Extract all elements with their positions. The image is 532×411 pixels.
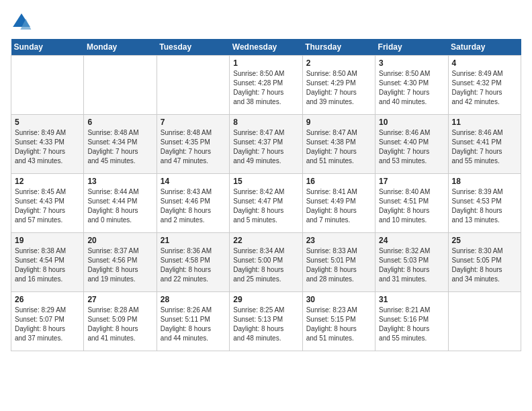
header-thursday: Thursday — [302, 39, 375, 56]
calendar-cell: 3Sunrise: 8:50 AM Sunset: 4:30 PM Daylig… — [375, 56, 448, 115]
calendar-cell: 17Sunrise: 8:40 AM Sunset: 4:51 PM Dayli… — [375, 174, 448, 233]
day-info: Sunrise: 8:48 AM Sunset: 4:35 PM Dayligh… — [161, 128, 226, 166]
day-info: Sunrise: 8:48 AM Sunset: 4:34 PM Dayligh… — [87, 128, 152, 166]
day-info: Sunrise: 8:40 AM Sunset: 4:51 PM Dayligh… — [379, 187, 444, 225]
header-wednesday: Wednesday — [230, 39, 302, 56]
day-number: 1 — [233, 58, 298, 68]
day-info: Sunrise: 8:49 AM Sunset: 4:32 PM Dayligh… — [452, 69, 517, 107]
day-info: Sunrise: 8:46 AM Sunset: 4:40 PM Dayligh… — [379, 128, 444, 166]
day-number: 16 — [306, 177, 371, 186]
day-number: 19 — [15, 236, 80, 245]
calendar-cell: 2Sunrise: 8:50 AM Sunset: 4:29 PM Daylig… — [302, 56, 375, 115]
day-info: Sunrise: 8:41 AM Sunset: 4:49 PM Dayligh… — [306, 187, 371, 225]
day-info: Sunrise: 8:44 AM Sunset: 4:44 PM Dayligh… — [87, 187, 152, 225]
calendar-cell: 9Sunrise: 8:47 AM Sunset: 4:38 PM Daylig… — [302, 115, 375, 174]
calendar-cell: 1Sunrise: 8:50 AM Sunset: 4:28 PM Daylig… — [230, 56, 302, 115]
weekday-header-row: SundayMondayTuesdayWednesdayThursdayFrid… — [11, 39, 521, 56]
day-info: Sunrise: 8:46 AM Sunset: 4:41 PM Dayligh… — [452, 128, 517, 166]
calendar-cell — [448, 292, 521, 351]
day-number: 3 — [379, 58, 444, 68]
calendar-cell: 30Sunrise: 8:23 AM Sunset: 5:15 PM Dayli… — [302, 292, 375, 351]
page-header — [11, 11, 521, 32]
day-info: Sunrise: 8:42 AM Sunset: 4:47 PM Dayligh… — [233, 187, 298, 225]
day-number: 11 — [452, 118, 517, 127]
day-number: 26 — [15, 295, 80, 304]
calendar-cell: 31Sunrise: 8:21 AM Sunset: 5:16 PM Dayli… — [375, 292, 448, 351]
day-number: 31 — [379, 295, 444, 304]
calendar-cell: 5Sunrise: 8:49 AM Sunset: 4:33 PM Daylig… — [11, 115, 84, 174]
day-number: 15 — [233, 177, 298, 186]
day-number: 17 — [379, 177, 444, 186]
week-row-5: 26Sunrise: 8:29 AM Sunset: 5:07 PM Dayli… — [11, 292, 521, 351]
calendar-cell: 15Sunrise: 8:42 AM Sunset: 4:47 PM Dayli… — [230, 174, 302, 233]
calendar-cell — [157, 56, 229, 115]
calendar-cell: 20Sunrise: 8:37 AM Sunset: 4:56 PM Dayli… — [84, 233, 157, 292]
day-number: 14 — [161, 177, 226, 186]
calendar-cell: 11Sunrise: 8:46 AM Sunset: 4:41 PM Dayli… — [448, 115, 521, 174]
day-number: 10 — [379, 118, 444, 127]
day-info: Sunrise: 8:39 AM Sunset: 4:53 PM Dayligh… — [452, 187, 517, 225]
day-info: Sunrise: 8:50 AM Sunset: 4:29 PM Dayligh… — [306, 69, 371, 107]
day-number: 8 — [233, 118, 298, 127]
day-number: 18 — [452, 177, 517, 186]
day-info: Sunrise: 8:26 AM Sunset: 5:11 PM Dayligh… — [161, 306, 226, 343]
calendar-cell: 25Sunrise: 8:30 AM Sunset: 5:05 PM Dayli… — [448, 233, 521, 292]
week-row-4: 19Sunrise: 8:38 AM Sunset: 4:54 PM Dayli… — [11, 233, 521, 292]
day-info: Sunrise: 8:36 AM Sunset: 4:58 PM Dayligh… — [161, 246, 226, 284]
calendar-cell: 8Sunrise: 8:47 AM Sunset: 4:37 PM Daylig… — [230, 115, 302, 174]
calendar-cell: 22Sunrise: 8:34 AM Sunset: 5:00 PM Dayli… — [230, 233, 302, 292]
week-row-1: 1Sunrise: 8:50 AM Sunset: 4:28 PM Daylig… — [11, 56, 521, 115]
header-monday: Monday — [84, 39, 157, 56]
day-info: Sunrise: 8:25 AM Sunset: 5:13 PM Dayligh… — [233, 306, 298, 343]
day-number: 20 — [87, 236, 152, 245]
calendar-cell: 10Sunrise: 8:46 AM Sunset: 4:40 PM Dayli… — [375, 115, 448, 174]
day-info: Sunrise: 8:37 AM Sunset: 4:56 PM Dayligh… — [87, 246, 152, 284]
day-info: Sunrise: 8:50 AM Sunset: 4:30 PM Dayligh… — [379, 69, 444, 107]
day-info: Sunrise: 8:30 AM Sunset: 5:05 PM Dayligh… — [452, 246, 517, 284]
calendar-cell — [11, 56, 84, 115]
calendar-cell: 4Sunrise: 8:49 AM Sunset: 4:32 PM Daylig… — [448, 56, 521, 115]
calendar-cell: 19Sunrise: 8:38 AM Sunset: 4:54 PM Dayli… — [11, 233, 84, 292]
week-row-3: 12Sunrise: 8:45 AM Sunset: 4:43 PM Dayli… — [11, 174, 521, 233]
calendar-cell: 27Sunrise: 8:28 AM Sunset: 5:09 PM Dayli… — [84, 292, 157, 351]
calendar-cell: 18Sunrise: 8:39 AM Sunset: 4:53 PM Dayli… — [448, 174, 521, 233]
day-info: Sunrise: 8:29 AM Sunset: 5:07 PM Dayligh… — [15, 306, 80, 343]
calendar-cell: 29Sunrise: 8:25 AM Sunset: 5:13 PM Dayli… — [230, 292, 302, 351]
calendar-cell: 14Sunrise: 8:43 AM Sunset: 4:46 PM Dayli… — [157, 174, 229, 233]
day-info: Sunrise: 8:23 AM Sunset: 5:15 PM Dayligh… — [306, 306, 371, 343]
calendar-cell: 28Sunrise: 8:26 AM Sunset: 5:11 PM Dayli… — [157, 292, 229, 351]
day-number: 30 — [306, 295, 371, 304]
calendar-cell: 26Sunrise: 8:29 AM Sunset: 5:07 PM Dayli… — [11, 292, 84, 351]
day-number: 2 — [306, 58, 371, 68]
day-number: 28 — [161, 295, 226, 304]
day-info: Sunrise: 8:34 AM Sunset: 5:00 PM Dayligh… — [233, 246, 298, 284]
day-number: 21 — [161, 236, 226, 245]
day-info: Sunrise: 8:33 AM Sunset: 5:01 PM Dayligh… — [306, 246, 371, 284]
calendar-cell: 16Sunrise: 8:41 AM Sunset: 4:49 PM Dayli… — [302, 174, 375, 233]
day-number: 6 — [87, 118, 152, 127]
calendar-cell: 24Sunrise: 8:32 AM Sunset: 5:03 PM Dayli… — [375, 233, 448, 292]
day-number: 13 — [87, 177, 152, 186]
calendar-cell: 13Sunrise: 8:44 AM Sunset: 4:44 PM Dayli… — [84, 174, 157, 233]
day-info: Sunrise: 8:32 AM Sunset: 5:03 PM Dayligh… — [379, 246, 444, 284]
calendar-cell: 7Sunrise: 8:48 AM Sunset: 4:35 PM Daylig… — [157, 115, 229, 174]
calendar-cell: 21Sunrise: 8:36 AM Sunset: 4:58 PM Dayli… — [157, 233, 229, 292]
day-info: Sunrise: 8:28 AM Sunset: 5:09 PM Dayligh… — [87, 306, 152, 343]
day-info: Sunrise: 8:45 AM Sunset: 4:43 PM Dayligh… — [15, 187, 80, 225]
day-info: Sunrise: 8:21 AM Sunset: 5:16 PM Dayligh… — [379, 306, 444, 343]
logo — [11, 11, 36, 32]
day-number: 4 — [452, 58, 517, 68]
logo-icon — [11, 11, 32, 32]
day-number: 27 — [87, 295, 152, 304]
calendar-cell: 23Sunrise: 8:33 AM Sunset: 5:01 PM Dayli… — [302, 233, 375, 292]
day-number: 23 — [306, 236, 371, 245]
day-number: 9 — [306, 118, 371, 127]
day-info: Sunrise: 8:47 AM Sunset: 4:38 PM Dayligh… — [306, 128, 371, 166]
header-friday: Friday — [375, 39, 448, 56]
day-info: Sunrise: 8:47 AM Sunset: 4:37 PM Dayligh… — [233, 128, 298, 166]
day-number: 12 — [15, 177, 80, 186]
header-saturday: Saturday — [448, 39, 521, 56]
day-info: Sunrise: 8:38 AM Sunset: 4:54 PM Dayligh… — [15, 246, 80, 284]
header-sunday: Sunday — [11, 39, 84, 56]
day-number: 7 — [161, 118, 226, 127]
